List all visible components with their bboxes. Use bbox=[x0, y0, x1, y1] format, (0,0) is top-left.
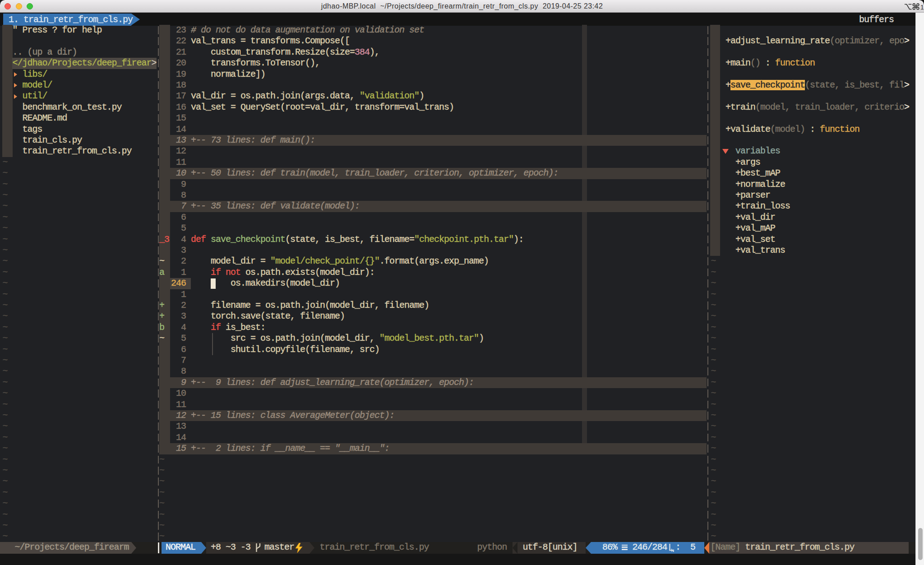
svg-text:1: 1 bbox=[920, 4, 924, 11]
